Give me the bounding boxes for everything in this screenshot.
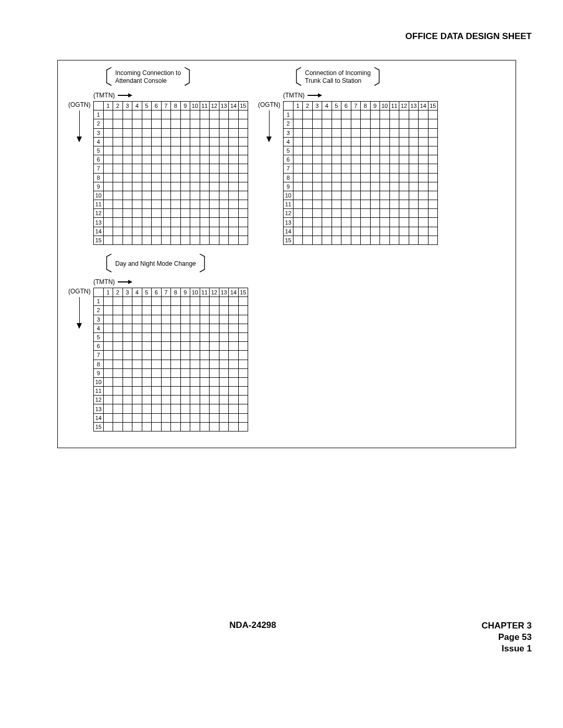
grid-cell — [428, 209, 438, 218]
grid-cell — [229, 315, 239, 324]
grid-cell — [341, 191, 351, 200]
arrow-down-icon — [77, 297, 82, 329]
grid-cell — [380, 155, 390, 164]
grid-cell — [200, 377, 210, 386]
grid-cell — [180, 227, 190, 236]
grid-cell — [171, 110, 181, 119]
grid-cell — [103, 200, 113, 209]
grid-cell — [142, 200, 152, 209]
grid-cell — [190, 342, 200, 351]
grid-cell — [113, 332, 123, 341]
grid-cell — [142, 191, 152, 200]
grid-cell — [341, 236, 351, 244]
grid-cell — [351, 191, 361, 200]
grid-cell — [210, 119, 219, 128]
grid-cell — [210, 342, 219, 351]
grid-cell — [419, 119, 429, 128]
grid-cell — [142, 164, 152, 173]
grid-cell — [380, 173, 390, 182]
grid-cell — [161, 200, 171, 209]
grid-cell — [210, 164, 219, 173]
grid-cell — [219, 404, 229, 413]
section-incoming-attendant: 〔 Incoming Connection to Attendant Conso… — [93, 67, 248, 245]
grid-cell — [399, 164, 409, 173]
grid-cell — [229, 404, 239, 413]
grid-cell — [322, 227, 332, 236]
grid-cell — [238, 200, 248, 209]
grid-cell — [229, 297, 239, 306]
grid-cell — [103, 413, 113, 422]
grid-cell — [238, 182, 248, 191]
grid-cell — [210, 360, 219, 368]
grid-col-header: 9 — [370, 102, 380, 110]
grid-cell — [152, 173, 162, 182]
grid-cell — [123, 182, 132, 191]
grid-cell — [152, 342, 162, 351]
grid-cell — [142, 324, 152, 332]
grid-cell — [132, 146, 142, 155]
grid-cell — [142, 173, 152, 182]
grid-cell — [312, 227, 322, 236]
grid-cell — [419, 227, 429, 236]
grid-cell — [123, 404, 132, 413]
grid-cell — [219, 324, 229, 332]
grid-cell — [409, 236, 419, 244]
arrow-down-icon — [77, 110, 82, 143]
grid-cell — [132, 404, 142, 413]
grid-cell — [210, 377, 219, 386]
grid-col-header: 5 — [142, 102, 152, 110]
grid-row-header: 2 — [94, 119, 104, 128]
grid-cell — [370, 200, 380, 209]
grid-cell — [180, 218, 190, 227]
grid-cell — [380, 200, 390, 209]
grid-cell — [293, 119, 303, 128]
grid-cell — [380, 218, 390, 227]
grid-cell — [142, 422, 152, 431]
grid-cell — [180, 191, 190, 200]
grid-cell — [322, 110, 332, 119]
grid-cell — [142, 128, 152, 137]
grid-cell — [123, 146, 132, 155]
grid-cell — [190, 119, 200, 128]
grid-cell — [103, 191, 113, 200]
grid-col-header: 2 — [113, 288, 123, 297]
grid-cell — [293, 155, 303, 164]
grid-cell — [113, 315, 123, 324]
grid-cell — [113, 128, 123, 137]
grid-cell — [229, 306, 239, 315]
grid-cell — [190, 209, 200, 218]
grid-cell — [200, 342, 210, 351]
grid-cell — [351, 218, 361, 227]
grid-cell — [341, 110, 351, 119]
grid-cell — [103, 377, 113, 386]
grid-cell — [171, 191, 181, 200]
grid-cell — [389, 191, 399, 200]
grid-cell — [180, 146, 190, 155]
grid-cell — [419, 110, 429, 119]
grid-row-header: 7 — [94, 351, 104, 360]
grid-cell — [171, 368, 181, 377]
grid-cell — [229, 119, 239, 128]
grid-cell — [229, 128, 239, 137]
grid-cell — [428, 155, 438, 164]
grid-cell — [399, 227, 409, 236]
grid-cell — [113, 324, 123, 332]
grid-cell — [219, 422, 229, 431]
grid-cell — [123, 360, 132, 368]
grid-row-header: 15 — [94, 422, 104, 431]
grid-row-header: 9 — [284, 182, 293, 191]
grid-cell — [132, 155, 142, 164]
page-header-title: OFFICE DATA DESIGN SHEET — [406, 31, 532, 42]
grid-cell — [152, 227, 162, 236]
grid-cell — [180, 368, 190, 377]
grid-cell — [171, 306, 181, 315]
grid-cell — [210, 368, 219, 377]
grid-cell — [171, 297, 181, 306]
grid-cell — [152, 351, 162, 360]
grid-cell — [229, 164, 239, 173]
grid-cell — [161, 173, 171, 182]
grid-cell — [399, 110, 409, 119]
grid-cell — [341, 218, 351, 227]
grid-cell — [171, 236, 181, 244]
grid-cell — [238, 324, 248, 332]
